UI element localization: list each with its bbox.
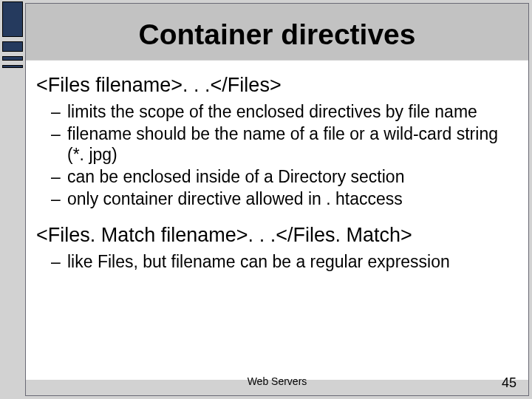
title-bar: Container directives xyxy=(26,4,528,60)
section2-list: like Files, but filename can be a regula… xyxy=(26,251,528,273)
section1-list: limits the scope of the enclosed directi… xyxy=(26,101,528,211)
list-item: filename should be the name of a file or… xyxy=(67,123,511,166)
list-item: limits the scope of the enclosed directi… xyxy=(67,101,511,123)
side-decor-2 xyxy=(2,41,23,52)
section1-heading: <Files filename>. . .</Files> xyxy=(26,61,528,101)
side-decor-1 xyxy=(2,1,23,37)
slide-title: Container directives xyxy=(26,4,528,51)
footer-page-number: 45 xyxy=(502,375,516,391)
section2-heading: <Files. Match filename>. . .</Files. Mat… xyxy=(26,211,528,251)
list-item: like Files, but filename can be a regula… xyxy=(67,251,511,273)
footer-center-text: Web Servers xyxy=(26,375,528,387)
list-item: can be enclosed inside of a Directory se… xyxy=(67,166,511,188)
slide: Container directives <Files filename>. .… xyxy=(0,0,532,399)
side-decor-4 xyxy=(2,65,23,68)
list-item: only container directive allowed in . ht… xyxy=(67,188,511,211)
side-decor-3 xyxy=(2,56,23,61)
content-area: <Files filename>. . .</Files> limits the… xyxy=(26,61,528,380)
